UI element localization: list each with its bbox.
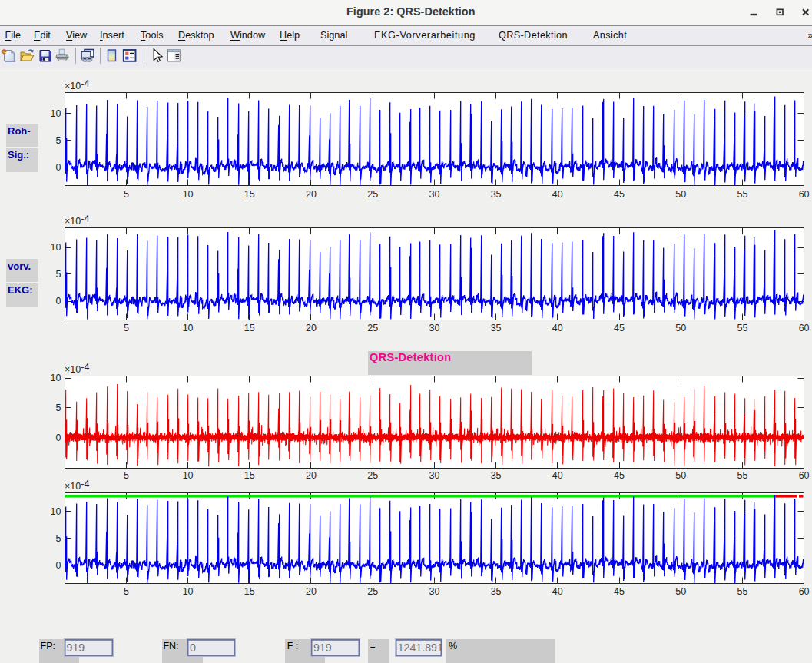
svg-text:60: 60	[799, 586, 810, 597]
svg-text:10: 10	[183, 586, 194, 597]
svg-text:55: 55	[737, 189, 747, 200]
svg-text:45: 45	[614, 189, 625, 200]
svg-text:60: 60	[799, 189, 810, 200]
svg-text:15: 15	[244, 189, 255, 200]
svg-text:10: 10	[183, 470, 194, 481]
svg-text:15: 15	[244, 323, 255, 333]
svg-text:0: 0	[56, 560, 61, 571]
svg-text:20: 20	[306, 189, 317, 200]
svg-text:30: 30	[429, 586, 439, 597]
svg-text:20: 20	[306, 586, 317, 597]
svg-text:45: 45	[614, 586, 625, 597]
svg-text:20: 20	[306, 323, 317, 333]
svg-text:45: 45	[614, 323, 625, 333]
svg-text:×10: ×10	[65, 81, 81, 91]
svg-text:15: 15	[244, 470, 255, 481]
svg-text:60: 60	[799, 323, 810, 333]
svg-text:25: 25	[367, 586, 378, 597]
svg-text:50: 50	[675, 470, 686, 481]
svg-text:35: 35	[491, 586, 502, 597]
svg-text:10: 10	[183, 189, 194, 200]
svg-text:0: 0	[56, 296, 61, 307]
svg-text:55: 55	[737, 586, 747, 597]
svg-text:10: 10	[51, 373, 61, 383]
svg-text:15: 15	[244, 586, 255, 597]
svg-text:35: 35	[491, 470, 502, 481]
svg-text:×10: ×10	[65, 216, 81, 227]
svg-text:60: 60	[799, 470, 810, 481]
svg-text:30: 30	[429, 189, 439, 200]
svg-text:5: 5	[124, 323, 129, 333]
svg-text:10: 10	[51, 242, 61, 253]
svg-text:-4: -4	[81, 78, 89, 89]
svg-text:5: 5	[124, 470, 129, 481]
svg-text:×10: ×10	[65, 364, 81, 375]
svg-text:25: 25	[367, 470, 378, 481]
svg-text:50: 50	[675, 189, 686, 200]
svg-text:40: 40	[552, 189, 563, 200]
svg-text:25: 25	[367, 189, 378, 200]
svg-text:55: 55	[737, 470, 747, 481]
svg-text:20: 20	[306, 470, 317, 481]
svg-text:0: 0	[56, 433, 61, 443]
svg-text:30: 30	[429, 323, 439, 333]
svg-text:10: 10	[51, 506, 61, 517]
svg-text:0: 0	[56, 162, 61, 173]
svg-text:-4: -4	[81, 362, 89, 373]
svg-text:5: 5	[124, 586, 129, 597]
svg-text:25: 25	[367, 323, 378, 333]
svg-text:40: 40	[552, 323, 563, 333]
svg-text:10: 10	[183, 323, 194, 333]
svg-text:-4: -4	[81, 214, 89, 224]
svg-text:40: 40	[552, 586, 563, 597]
svg-text:5: 5	[56, 403, 61, 413]
svg-text:10: 10	[51, 108, 61, 119]
svg-text:-4: -4	[81, 479, 89, 489]
svg-text:35: 35	[491, 189, 502, 200]
svg-text:5: 5	[56, 533, 61, 544]
svg-text:50: 50	[675, 323, 686, 333]
svg-text:45: 45	[614, 470, 625, 481]
svg-text:5: 5	[124, 189, 129, 200]
svg-text:30: 30	[429, 470, 439, 481]
svg-text:40: 40	[552, 470, 563, 481]
svg-text:×10: ×10	[65, 481, 81, 492]
svg-text:55: 55	[737, 323, 747, 333]
svg-text:50: 50	[675, 586, 686, 597]
svg-text:5: 5	[56, 269, 61, 280]
svg-text:35: 35	[491, 323, 502, 333]
svg-text:5: 5	[56, 135, 61, 146]
